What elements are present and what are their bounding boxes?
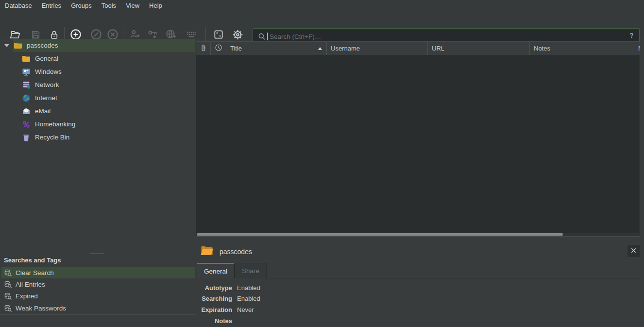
searches-and-tags-header: Searches and Tags xyxy=(4,257,61,264)
tab-general[interactable]: General xyxy=(197,263,235,278)
field-label: Searching xyxy=(196,295,232,302)
group-item-homebanking[interactable]: Homebanking xyxy=(0,118,196,131)
group-label: passcodes xyxy=(27,42,58,49)
column-label: URL xyxy=(432,45,444,52)
menu-entries[interactable]: Entries xyxy=(37,0,66,12)
column-username[interactable]: Username xyxy=(327,42,428,55)
tab-share[interactable]: Share xyxy=(235,263,267,278)
column-url[interactable]: URL xyxy=(428,42,530,55)
group-item-general[interactable]: General xyxy=(0,52,196,65)
field-label: Autotype xyxy=(196,284,232,292)
column-notes[interactable]: Notes xyxy=(530,42,635,55)
column-label: Notes xyxy=(534,45,550,52)
database-search-icon xyxy=(4,304,12,312)
splitter-handle[interactable] xyxy=(90,253,104,254)
database-search-icon xyxy=(4,280,12,289)
preview-group-folder-icon xyxy=(200,244,214,258)
monitor-icon xyxy=(21,67,31,77)
column-label: Username xyxy=(331,45,360,52)
menu-help[interactable]: Help xyxy=(144,0,167,12)
field-notes: Notes xyxy=(196,315,448,327)
text-caret xyxy=(267,33,268,40)
lock-icon xyxy=(49,30,59,40)
column-title[interactable]: Title xyxy=(226,42,327,55)
search-item-all-entries[interactable]: All Entries xyxy=(0,278,196,290)
searches-and-tags-list: Clear Search All Entries Expired Weak Pa… xyxy=(0,267,196,314)
column-label: Title xyxy=(230,45,242,52)
entry-table: Title Username URL Notes Mo xyxy=(196,41,640,237)
field-autotype: Autotype Enabled xyxy=(196,282,448,293)
divider xyxy=(0,314,196,315)
envelope-icon xyxy=(21,106,31,116)
menu-bar: Database Entries Groups Tools View Help xyxy=(0,0,644,12)
field-expiration: Expiration Never xyxy=(196,304,448,315)
database-search-icon xyxy=(4,269,12,277)
close-preview-button[interactable] xyxy=(627,245,640,257)
group-item-passcodes[interactable]: passcodes xyxy=(0,39,196,52)
search-item-label: All Entries xyxy=(16,281,45,288)
group-label: Internet xyxy=(35,94,57,102)
group-label: Homebanking xyxy=(35,120,75,128)
search-item-label: Clear Search xyxy=(16,269,54,276)
search-item-expired[interactable]: Expired xyxy=(0,291,196,302)
search-item-label: Weak Passwords xyxy=(16,305,66,312)
toolbar: ? xyxy=(0,12,644,39)
paperclip-icon xyxy=(200,44,207,53)
menu-tools[interactable]: Tools xyxy=(97,0,121,12)
copy-username-icon xyxy=(130,29,140,40)
menu-groups[interactable]: Groups xyxy=(66,0,97,12)
percent-icon xyxy=(21,120,31,129)
group-label: Recycle Bin xyxy=(35,134,69,141)
trash-icon xyxy=(21,133,31,142)
column-expiration[interactable] xyxy=(211,42,226,55)
gear-icon xyxy=(232,29,243,40)
field-value: Never xyxy=(237,306,254,313)
horizontal-scrollbar-thumb[interactable] xyxy=(197,233,563,236)
expander-arrow-icon[interactable] xyxy=(4,44,9,47)
group-item-recycle-bin[interactable]: Recycle Bin xyxy=(0,131,196,144)
column-label: Mo xyxy=(638,45,640,52)
database-search-icon xyxy=(4,292,12,300)
close-icon xyxy=(630,247,637,255)
field-value: Enabled xyxy=(237,284,260,292)
group-label: General xyxy=(35,55,58,62)
server-shield-icon xyxy=(21,80,31,90)
field-label: Expiration xyxy=(196,306,232,313)
group-label: Windows xyxy=(35,68,62,75)
group-label: eMail xyxy=(35,107,51,115)
field-searching: Searching Enabled xyxy=(196,293,448,305)
menu-view[interactable]: View xyxy=(121,0,144,12)
keepassxc-window: Database Entries Groups Tools View Help xyxy=(0,0,644,327)
search-item-label: Expired xyxy=(16,293,38,300)
preview-tabs: General Share xyxy=(197,263,267,278)
open-url-icon xyxy=(166,29,176,40)
group-label: Network xyxy=(35,81,59,88)
autotype-keyboard-icon xyxy=(186,29,197,40)
dice-icon xyxy=(213,29,224,40)
folder-icon xyxy=(21,54,31,64)
clock-icon xyxy=(215,44,222,53)
preview-group-title: passcodes xyxy=(220,248,252,256)
column-attachment[interactable] xyxy=(196,42,211,55)
column-modified[interactable]: Mo xyxy=(635,42,640,55)
globe-icon xyxy=(21,93,31,103)
folder-icon xyxy=(13,41,23,51)
search-item-clear-search[interactable]: Clear Search xyxy=(0,267,196,278)
group-tree: passcodes General Windows Network Intern… xyxy=(0,39,196,144)
entry-table-header: Title Username URL Notes Mo xyxy=(196,42,640,55)
preview-fields: Autotype Enabled Searching Enabled Expir… xyxy=(196,282,448,326)
open-folder-icon xyxy=(10,29,20,40)
group-item-windows[interactable]: Windows xyxy=(0,65,196,78)
field-label: Notes xyxy=(196,317,232,325)
group-item-internet[interactable]: Internet xyxy=(0,91,196,104)
group-item-email[interactable]: eMail xyxy=(0,104,196,118)
field-value: Enabled xyxy=(237,295,260,302)
search-help-button[interactable]: ? xyxy=(629,32,633,39)
menu-database[interactable]: Database xyxy=(0,0,37,12)
search-item-weak-passwords[interactable]: Weak Passwords xyxy=(0,302,196,314)
group-item-network[interactable]: Network xyxy=(0,78,196,91)
save-icon xyxy=(31,30,41,40)
copy-password-icon xyxy=(148,29,158,40)
sort-ascending-icon xyxy=(318,45,322,52)
search-icon xyxy=(258,33,266,42)
